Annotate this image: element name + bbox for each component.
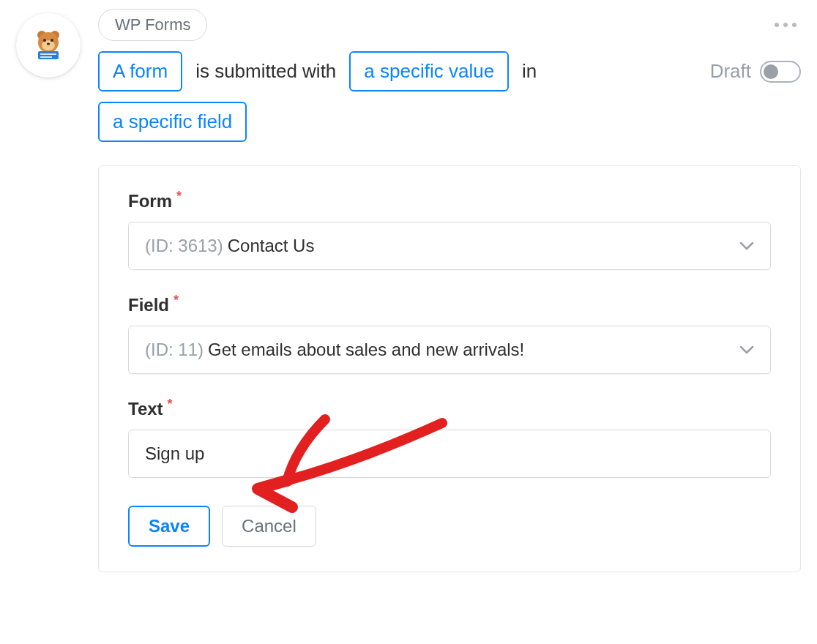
toggle-knob — [764, 64, 778, 79]
cancel-button[interactable]: Cancel — [222, 506, 316, 547]
draft-label: Draft — [710, 60, 751, 83]
sentence-text-submitted: is submitted with — [195, 60, 336, 83]
field-label: Field * — [128, 295, 771, 315]
svg-rect-8 — [40, 53, 56, 55]
bear-icon — [32, 29, 64, 61]
text-input[interactable] — [128, 430, 771, 478]
token-value[interactable]: a specific value — [349, 51, 509, 91]
chevron-down-icon — [739, 345, 754, 354]
form-select[interactable]: (ID: 3613) Contact Us — [128, 222, 771, 270]
config-panel: Form * (ID: 3613) Contact Us Field * — [98, 165, 801, 572]
required-mark: * — [168, 397, 173, 411]
svg-point-6 — [47, 42, 50, 45]
required-mark: * — [176, 190, 182, 203]
token-field[interactable]: a specific field — [98, 102, 247, 142]
chevron-down-icon — [739, 242, 754, 250]
svg-point-5 — [51, 39, 53, 42]
svg-point-4 — [43, 39, 46, 42]
field-select[interactable]: (ID: 11) Get emails about sales and new … — [128, 326, 771, 374]
form-selected-name: Contact Us — [228, 236, 315, 256]
required-mark: * — [174, 293, 179, 307]
svg-rect-7 — [38, 51, 59, 59]
sentence-text-in: in — [522, 60, 537, 83]
form-label: Form * — [128, 191, 771, 211]
field-selected-name: Get emails about sales and new arrivals! — [208, 340, 524, 360]
integration-tag[interactable]: WP Forms — [98, 9, 207, 41]
more-menu-icon[interactable] — [770, 18, 801, 31]
form-id-prefix: (ID: 3613) — [145, 236, 223, 256]
svg-rect-9 — [40, 56, 52, 58]
svg-point-3 — [42, 40, 55, 50]
field-id-prefix: (ID: 11) — [145, 340, 204, 360]
draft-toggle[interactable] — [760, 61, 801, 83]
token-form[interactable]: A form — [98, 51, 182, 91]
text-label: Text * — [128, 399, 771, 419]
integration-avatar — [16, 13, 81, 78]
save-button[interactable]: Save — [128, 506, 210, 547]
